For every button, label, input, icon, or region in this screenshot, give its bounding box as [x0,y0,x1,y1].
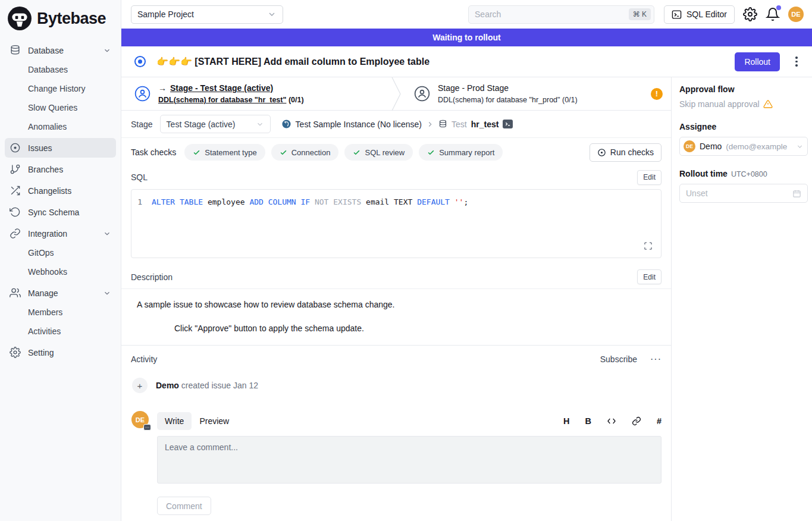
run-checks-button[interactable]: Run checks [590,143,661,162]
rollout-button[interactable]: Rollout [735,52,780,71]
stage-task: DDL(schema) for database "hr_test" (0/1) [158,95,304,105]
rollout-time-title: Rollout time [679,169,728,178]
chevron-right-icon [426,120,434,128]
issue-side-panel: Approval flow Skip manual approval Assig… [671,77,812,521]
stage-card-test[interactable]: →Stage - Test Stage (active) DDL(schema)… [121,77,391,110]
sql-edit-button[interactable]: Edit [637,170,661,185]
terminal-icon [672,10,682,20]
sidebar-item-label: Manage [28,288,58,298]
stage-select[interactable]: Test Stage (active) [160,115,271,133]
sidebar-item-label: Changelists [28,186,71,196]
sidebar-item-anomalies[interactable]: Anomalies [5,117,116,136]
sidebar-item-sync-schema[interactable]: Sync Schema [5,202,116,222]
sync-icon [10,206,21,218]
tab-preview[interactable]: Preview [192,412,237,430]
link-button[interactable] [632,416,641,426]
open-sql-editor-icon[interactable] [503,120,513,128]
project-select[interactable]: Sample Project [131,5,283,24]
run-checks-icon [597,148,606,157]
chevron-down-icon [256,120,264,128]
notifications-button[interactable] [766,7,780,21]
code-button[interactable] [607,416,616,426]
markdown-toolbar: H B # [563,416,661,426]
assignee-email: (demo@example [726,142,794,151]
sidebar-item-slow-queries[interactable]: Slow Queries [5,98,116,117]
check-connection[interactable]: Connection [271,144,339,161]
stage-card-prod[interactable]: Stage - Prod Stage DDL(schema) for datab… [401,77,671,110]
check-label: Statement type [205,148,256,157]
database-breadcrumb: Test Sample Instance (No license) Test h… [281,119,513,129]
link-icon [632,416,641,426]
tab-write[interactable]: Write [157,412,192,430]
heading-button[interactable]: H [563,416,569,426]
issue-status-icon [134,56,146,67]
sidebar-item-activities[interactable]: Activities [5,322,116,341]
stage-label: Stage [131,120,153,129]
check-icon [353,149,360,156]
gear-icon [10,347,21,358]
check-statement-type[interactable]: Statement type [184,144,265,161]
stage-title: Stage - Prod Stage [438,82,578,94]
expand-icon[interactable] [644,241,653,250]
sidebar-item-branches[interactable]: Branches [5,159,116,179]
issue-title: 👉👉👉 [START HERE] Add email column to Emp… [156,56,735,67]
more-menu-icon[interactable]: ··· [650,354,661,365]
sidebar-item-members[interactable]: Members [5,303,116,322]
check-summary-report[interactable]: Summary report [419,144,503,161]
timezone-label: UTC+0800 [731,170,767,178]
settings-button[interactable] [743,7,757,21]
check-icon [427,149,435,156]
sidebar-item-webhooks[interactable]: Webhooks [5,262,116,281]
sidebar-item-issues[interactable]: Issues [5,138,116,158]
sidebar-item-label: Integration [28,229,67,238]
subscribe-button[interactable]: Subscribe [600,354,637,364]
database-icon [10,45,21,56]
person-icon [134,86,151,102]
postgresql-icon [281,119,291,129]
search-box[interactable]: ⌘ K [468,5,654,24]
kebab-menu-icon[interactable] [791,57,802,67]
comment-input[interactable] [157,436,661,484]
assignee-title: Assignee [679,122,807,131]
sql-title: SQL [131,172,148,182]
issue-header: 👉👉👉 [START HERE] Add email column to Emp… [121,46,812,77]
sql-editor-button[interactable]: SQL Editor [664,5,735,24]
warning-triangle-icon [763,99,773,109]
sidebar-item-label: Issues [28,143,52,153]
sidebar-item-manage[interactable]: Manage [5,283,116,303]
sql-section-header: SQL Edit [121,167,671,188]
chevron-down-icon [103,46,111,55]
run-checks-label: Run checks [610,147,654,157]
rollout-time-input[interactable]: Unset [679,184,808,203]
check-sql-review[interactable]: SQL review [344,144,413,161]
comment-submit-button[interactable]: Comment [157,497,211,515]
activity-title: Activity [131,354,157,364]
sidebar-item-change-history[interactable]: Change History [5,79,116,98]
user-avatar[interactable]: DE [788,7,804,22]
sidebar-item-databases[interactable]: Databases [5,60,116,79]
check-label: SQL review [365,148,405,157]
database-link[interactable]: hr_test [471,120,499,129]
rollout-time-placeholder: Unset [686,189,792,198]
description-text: Click "Approve" button to apply the sche… [174,324,661,333]
sidebar-item-gitops[interactable]: GitOps [5,243,116,262]
description-edit-button[interactable]: Edit [637,269,661,284]
sidebar-item-setting[interactable]: Setting [5,343,116,362]
sql-code-block[interactable]: 1ALTER TABLE employee ADD COLUMN IF NOT … [131,189,661,258]
sidebar-item-database[interactable]: Database [5,40,116,60]
assignee-select[interactable]: DE Demo (demo@example [679,137,808,156]
stage-select-value: Test Stage (active) [167,120,236,129]
speech-bubble-icon: ··· [143,424,151,431]
sidebar-item-integration[interactable]: Integration [5,224,116,243]
hash-button[interactable]: # [657,416,661,426]
bytebase-logo[interactable]: Bytebase [0,0,121,38]
git-branch-icon [10,164,21,175]
search-input[interactable] [475,10,629,19]
sidebar-item-changelists[interactable]: Changelists [5,181,116,200]
brand-name: Bytebase [37,10,106,28]
line-number: 1 [131,197,152,206]
bold-button[interactable]: B [585,416,591,426]
code-icon [607,416,616,426]
instance-link[interactable]: Test Sample Instance (No license) [296,120,422,129]
sidebar: Bytebase Database Databases Change Histo… [0,0,121,521]
